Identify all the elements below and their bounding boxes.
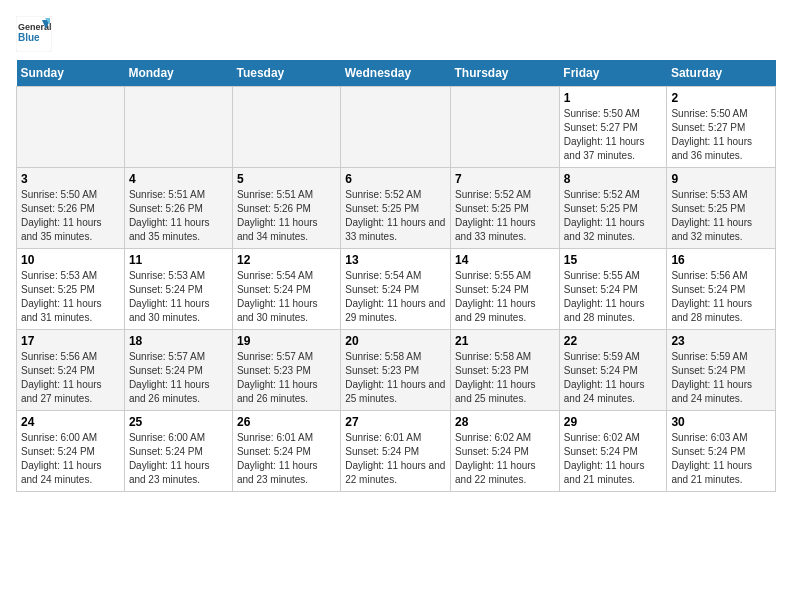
day-info: Sunrise: 6:01 AM Sunset: 5:24 PM Dayligh…	[345, 431, 446, 487]
day-info: Sunrise: 5:53 AM Sunset: 5:25 PM Dayligh…	[21, 269, 120, 325]
calendar-day-cell: 18Sunrise: 5:57 AM Sunset: 5:24 PM Dayli…	[124, 330, 232, 411]
day-info: Sunrise: 5:57 AM Sunset: 5:24 PM Dayligh…	[129, 350, 228, 406]
calendar-day-cell	[451, 87, 560, 168]
day-info: Sunrise: 5:54 AM Sunset: 5:24 PM Dayligh…	[345, 269, 446, 325]
day-info: Sunrise: 5:57 AM Sunset: 5:23 PM Dayligh…	[237, 350, 336, 406]
day-number: 10	[21, 253, 120, 267]
day-number: 6	[345, 172, 446, 186]
day-info: Sunrise: 5:59 AM Sunset: 5:24 PM Dayligh…	[671, 350, 771, 406]
day-number: 13	[345, 253, 446, 267]
day-number: 5	[237, 172, 336, 186]
day-info: Sunrise: 5:52 AM Sunset: 5:25 PM Dayligh…	[455, 188, 555, 244]
day-info: Sunrise: 5:59 AM Sunset: 5:24 PM Dayligh…	[564, 350, 663, 406]
day-number: 11	[129, 253, 228, 267]
svg-text:Blue: Blue	[18, 32, 40, 43]
weekday-header-wednesday: Wednesday	[341, 60, 451, 87]
calendar-day-cell: 19Sunrise: 5:57 AM Sunset: 5:23 PM Dayli…	[232, 330, 340, 411]
day-info: Sunrise: 5:50 AM Sunset: 5:27 PM Dayligh…	[671, 107, 771, 163]
day-number: 2	[671, 91, 771, 105]
calendar-day-cell: 28Sunrise: 6:02 AM Sunset: 5:24 PM Dayli…	[451, 411, 560, 492]
calendar-day-cell: 21Sunrise: 5:58 AM Sunset: 5:23 PM Dayli…	[451, 330, 560, 411]
calendar-day-cell: 29Sunrise: 6:02 AM Sunset: 5:24 PM Dayli…	[559, 411, 667, 492]
day-number: 25	[129, 415, 228, 429]
calendar-day-cell: 14Sunrise: 5:55 AM Sunset: 5:24 PM Dayli…	[451, 249, 560, 330]
calendar-week-row: 1Sunrise: 5:50 AM Sunset: 5:27 PM Daylig…	[17, 87, 776, 168]
day-info: Sunrise: 5:50 AM Sunset: 5:27 PM Dayligh…	[564, 107, 663, 163]
weekday-header-saturday: Saturday	[667, 60, 776, 87]
calendar-day-cell: 9Sunrise: 5:53 AM Sunset: 5:25 PM Daylig…	[667, 168, 776, 249]
day-info: Sunrise: 5:51 AM Sunset: 5:26 PM Dayligh…	[237, 188, 336, 244]
logo-svg: General Blue	[16, 16, 52, 52]
calendar-week-row: 10Sunrise: 5:53 AM Sunset: 5:25 PM Dayli…	[17, 249, 776, 330]
calendar-day-cell: 16Sunrise: 5:56 AM Sunset: 5:24 PM Dayli…	[667, 249, 776, 330]
day-info: Sunrise: 6:03 AM Sunset: 5:24 PM Dayligh…	[671, 431, 771, 487]
calendar-day-cell: 25Sunrise: 6:00 AM Sunset: 5:24 PM Dayli…	[124, 411, 232, 492]
day-info: Sunrise: 5:52 AM Sunset: 5:25 PM Dayligh…	[564, 188, 663, 244]
calendar-day-cell: 30Sunrise: 6:03 AM Sunset: 5:24 PM Dayli…	[667, 411, 776, 492]
day-number: 1	[564, 91, 663, 105]
day-info: Sunrise: 6:00 AM Sunset: 5:24 PM Dayligh…	[129, 431, 228, 487]
logo: General Blue	[16, 16, 52, 52]
day-info: Sunrise: 6:02 AM Sunset: 5:24 PM Dayligh…	[564, 431, 663, 487]
day-info: Sunrise: 6:01 AM Sunset: 5:24 PM Dayligh…	[237, 431, 336, 487]
day-info: Sunrise: 5:56 AM Sunset: 5:24 PM Dayligh…	[671, 269, 771, 325]
calendar-week-row: 24Sunrise: 6:00 AM Sunset: 5:24 PM Dayli…	[17, 411, 776, 492]
day-number: 24	[21, 415, 120, 429]
day-info: Sunrise: 5:51 AM Sunset: 5:26 PM Dayligh…	[129, 188, 228, 244]
day-number: 28	[455, 415, 555, 429]
calendar-day-cell: 7Sunrise: 5:52 AM Sunset: 5:25 PM Daylig…	[451, 168, 560, 249]
day-number: 4	[129, 172, 228, 186]
weekday-header-row: SundayMondayTuesdayWednesdayThursdayFrid…	[17, 60, 776, 87]
day-info: Sunrise: 5:55 AM Sunset: 5:24 PM Dayligh…	[564, 269, 663, 325]
calendar-day-cell: 1Sunrise: 5:50 AM Sunset: 5:27 PM Daylig…	[559, 87, 667, 168]
calendar-day-cell: 20Sunrise: 5:58 AM Sunset: 5:23 PM Dayli…	[341, 330, 451, 411]
day-info: Sunrise: 5:53 AM Sunset: 5:25 PM Dayligh…	[671, 188, 771, 244]
day-number: 16	[671, 253, 771, 267]
day-info: Sunrise: 5:56 AM Sunset: 5:24 PM Dayligh…	[21, 350, 120, 406]
day-info: Sunrise: 5:53 AM Sunset: 5:24 PM Dayligh…	[129, 269, 228, 325]
day-number: 20	[345, 334, 446, 348]
calendar-day-cell	[124, 87, 232, 168]
calendar-day-cell: 11Sunrise: 5:53 AM Sunset: 5:24 PM Dayli…	[124, 249, 232, 330]
day-number: 3	[21, 172, 120, 186]
day-info: Sunrise: 5:50 AM Sunset: 5:26 PM Dayligh…	[21, 188, 120, 244]
day-number: 23	[671, 334, 771, 348]
day-info: Sunrise: 5:52 AM Sunset: 5:25 PM Dayligh…	[345, 188, 446, 244]
calendar-day-cell	[341, 87, 451, 168]
day-number: 7	[455, 172, 555, 186]
calendar-day-cell: 26Sunrise: 6:01 AM Sunset: 5:24 PM Dayli…	[232, 411, 340, 492]
calendar-day-cell: 2Sunrise: 5:50 AM Sunset: 5:27 PM Daylig…	[667, 87, 776, 168]
weekday-header-tuesday: Tuesday	[232, 60, 340, 87]
day-number: 22	[564, 334, 663, 348]
weekday-header-monday: Monday	[124, 60, 232, 87]
day-number: 15	[564, 253, 663, 267]
calendar-day-cell: 22Sunrise: 5:59 AM Sunset: 5:24 PM Dayli…	[559, 330, 667, 411]
calendar-table: SundayMondayTuesdayWednesdayThursdayFrid…	[16, 60, 776, 492]
day-number: 30	[671, 415, 771, 429]
calendar-day-cell: 4Sunrise: 5:51 AM Sunset: 5:26 PM Daylig…	[124, 168, 232, 249]
day-info: Sunrise: 6:00 AM Sunset: 5:24 PM Dayligh…	[21, 431, 120, 487]
weekday-header-sunday: Sunday	[17, 60, 125, 87]
calendar-day-cell: 6Sunrise: 5:52 AM Sunset: 5:25 PM Daylig…	[341, 168, 451, 249]
day-number: 12	[237, 253, 336, 267]
calendar-day-cell	[232, 87, 340, 168]
day-info: Sunrise: 5:58 AM Sunset: 5:23 PM Dayligh…	[455, 350, 555, 406]
calendar-day-cell: 24Sunrise: 6:00 AM Sunset: 5:24 PM Dayli…	[17, 411, 125, 492]
day-number: 19	[237, 334, 336, 348]
calendar-day-cell: 8Sunrise: 5:52 AM Sunset: 5:25 PM Daylig…	[559, 168, 667, 249]
calendar-week-row: 3Sunrise: 5:50 AM Sunset: 5:26 PM Daylig…	[17, 168, 776, 249]
day-info: Sunrise: 6:02 AM Sunset: 5:24 PM Dayligh…	[455, 431, 555, 487]
calendar-day-cell: 10Sunrise: 5:53 AM Sunset: 5:25 PM Dayli…	[17, 249, 125, 330]
calendar-day-cell: 15Sunrise: 5:55 AM Sunset: 5:24 PM Dayli…	[559, 249, 667, 330]
weekday-header-thursday: Thursday	[451, 60, 560, 87]
day-number: 18	[129, 334, 228, 348]
calendar-day-cell: 5Sunrise: 5:51 AM Sunset: 5:26 PM Daylig…	[232, 168, 340, 249]
calendar-day-cell: 23Sunrise: 5:59 AM Sunset: 5:24 PM Dayli…	[667, 330, 776, 411]
day-number: 21	[455, 334, 555, 348]
day-number: 14	[455, 253, 555, 267]
calendar-day-cell: 17Sunrise: 5:56 AM Sunset: 5:24 PM Dayli…	[17, 330, 125, 411]
day-number: 26	[237, 415, 336, 429]
calendar-day-cell: 13Sunrise: 5:54 AM Sunset: 5:24 PM Dayli…	[341, 249, 451, 330]
day-info: Sunrise: 5:58 AM Sunset: 5:23 PM Dayligh…	[345, 350, 446, 406]
page-header: General Blue	[16, 16, 776, 52]
